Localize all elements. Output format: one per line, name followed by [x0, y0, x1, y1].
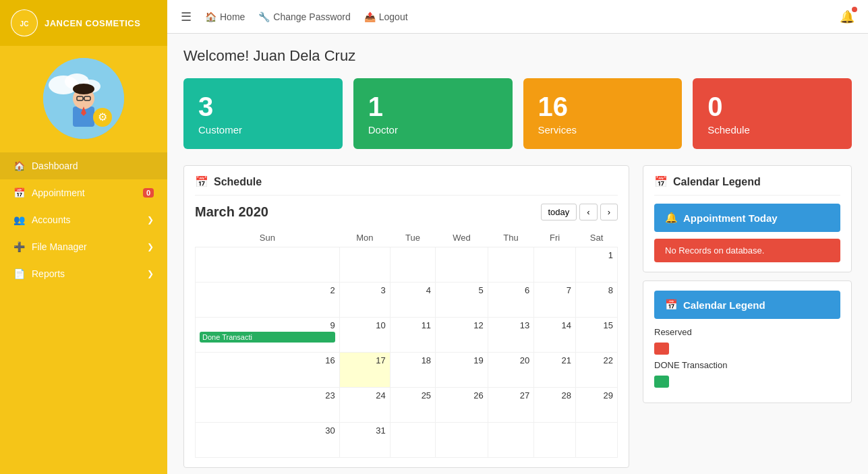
calendar-legend-icon: 📅	[654, 175, 668, 188]
cal-day[interactable]	[390, 423, 435, 458]
customers-label: Customer	[198, 124, 328, 136]
cal-day[interactable]	[436, 247, 488, 283]
day-header-mon: Mon	[339, 229, 390, 247]
notification-bell[interactable]: 🔔	[840, 9, 855, 24]
cal-day[interactable]: 6	[488, 283, 533, 318]
legend-info-header: 📅 Calendar Legend	[654, 291, 840, 319]
cal-day[interactable]: 5	[436, 283, 488, 318]
stat-card-doctors: 1 Doctor	[353, 78, 513, 149]
legend-label-reserved: Reserved	[654, 327, 692, 337]
cal-day[interactable]: 16	[196, 353, 340, 388]
svg-point-8	[73, 84, 94, 94]
cal-day[interactable]: 8	[576, 283, 618, 318]
cal-day[interactable]: 29	[576, 388, 618, 423]
cal-day[interactable]: 10	[339, 318, 390, 353]
cal-day[interactable]: 25	[390, 388, 435, 423]
cal-day[interactable]	[534, 247, 576, 283]
cal-day[interactable]: 9Done Transacti	[196, 318, 340, 353]
stat-card-schedule: 0 Schedule	[693, 78, 852, 149]
cal-day[interactable]: 14	[534, 318, 576, 353]
sidebar-logo: JC	[11, 9, 38, 36]
legend-bottom-title: Calendar Legend	[683, 299, 765, 311]
cal-day[interactable]: 11	[390, 318, 435, 353]
cal-day[interactable]: 7	[534, 283, 576, 318]
bell-icon: 🔔	[665, 212, 678, 224]
home-link[interactable]: 🏠 Home	[205, 11, 245, 22]
cal-day[interactable]: 18	[390, 353, 435, 388]
change-password-link[interactable]: 🔧 Change Password	[258, 11, 350, 22]
cal-day[interactable]: 2	[196, 283, 340, 318]
cal-day[interactable]	[534, 423, 576, 458]
cal-day[interactable]: 19	[436, 353, 488, 388]
list-item: DONE Transaction	[654, 360, 840, 370]
sidebar-item-dashboard[interactable]: 🏠 Dashboard	[0, 152, 167, 179]
legend-label-done: DONE Transaction	[654, 360, 727, 370]
appointment-badge: 0	[143, 188, 154, 198]
list-item: Reserved	[654, 327, 840, 337]
reports-icon: 📄	[13, 268, 25, 279]
cal-day[interactable]: 12	[436, 318, 488, 353]
cal-day[interactable]	[196, 247, 340, 283]
sidebar-item-reports[interactable]: 📄 Reports ❯	[0, 260, 167, 287]
sidebar-item-accounts[interactable]: 👥 Accounts ❯	[0, 206, 167, 233]
table-row: 1	[196, 247, 618, 283]
list-item	[654, 343, 840, 355]
calendar-header: March 2020 today ‹ ›	[195, 204, 618, 220]
cal-day[interactable]: 27	[488, 388, 533, 423]
cal-day[interactable]: 24	[339, 388, 390, 423]
logout-icon: 📤	[364, 11, 376, 22]
cal-day[interactable]	[339, 247, 390, 283]
change-password-label: Change Password	[273, 11, 350, 22]
list-item	[654, 376, 840, 388]
sidebar-item-appointment[interactable]: 📅 Appointment 0	[0, 179, 167, 206]
cal-day[interactable]	[488, 247, 533, 283]
cal-day[interactable]: 1	[576, 247, 618, 283]
cal-day[interactable]: 31	[339, 423, 390, 458]
cal-day[interactable]: 28	[534, 388, 576, 423]
accounts-icon: 👥	[13, 214, 25, 225]
today-button[interactable]: today	[541, 204, 577, 220]
cal-day[interactable]: 4	[390, 283, 435, 318]
cal-day[interactable]: 22	[576, 353, 618, 388]
cal-day[interactable]: 23	[196, 388, 340, 423]
page-content: Welcome! Juan Dela Cruz 3 Customer 1 Doc…	[167, 34, 868, 474]
calendar-nav: today ‹ ›	[541, 204, 618, 220]
sidebar-item-file-manager[interactable]: ➕ File Manager ❯	[0, 233, 167, 260]
dashboard-icon: 🏠	[13, 160, 25, 171]
cal-day[interactable]: 3	[339, 283, 390, 318]
cal-day[interactable]	[390, 247, 435, 283]
cal-event: Done Transacti	[200, 332, 335, 343]
day-header-tue: Tue	[390, 229, 435, 247]
wrench-icon: 🔧	[258, 11, 270, 22]
cal-day[interactable]	[488, 423, 533, 458]
sidebar-label-file-manager: File Manager	[32, 241, 87, 252]
logout-link[interactable]: 📤 Logout	[364, 11, 408, 22]
cal-day[interactable]: 15	[576, 318, 618, 353]
calendar-month: March 2020	[195, 204, 268, 220]
no-records-text: No Records on database.	[665, 245, 764, 256]
cal-day[interactable]: 26	[436, 388, 488, 423]
welcome-title: Welcome! Juan Dela Cruz	[183, 47, 852, 65]
no-records-message: No Records on database.	[654, 239, 840, 262]
table-row: 23 24 25 26 27 28 29	[196, 388, 618, 423]
cal-day[interactable]: 13	[488, 318, 533, 353]
day-header-wed: Wed	[436, 229, 488, 247]
prev-month-button[interactable]: ‹	[579, 204, 597, 220]
cal-day[interactable]: 30	[196, 423, 340, 458]
sidebar-label-reports: Reports	[32, 268, 65, 279]
cal-day[interactable]: 21	[534, 353, 576, 388]
file-manager-icon: ➕	[13, 241, 25, 252]
sidebar-label-dashboard: Dashboard	[32, 160, 78, 171]
table-row: 9Done Transacti 10 11 12 13 14 15	[196, 318, 618, 353]
calendar-icon-2: 📅	[665, 299, 678, 311]
cal-day-today[interactable]: 17	[339, 353, 390, 388]
customers-number: 3	[198, 92, 328, 121]
menu-toggle-button[interactable]: ☰	[181, 9, 192, 24]
sidebar-brand: JC JANCEN COSMETICS	[0, 0, 167, 46]
appointment-today-box[interactable]: 🔔 Appointment Today	[654, 204, 840, 232]
next-month-button[interactable]: ›	[600, 204, 618, 220]
cal-day[interactable]	[576, 423, 618, 458]
cal-day[interactable]: 20	[488, 353, 533, 388]
schedule-section: 📅 Schedule March 2020 today ‹ › Sun	[183, 165, 629, 468]
cal-day[interactable]	[436, 423, 488, 458]
